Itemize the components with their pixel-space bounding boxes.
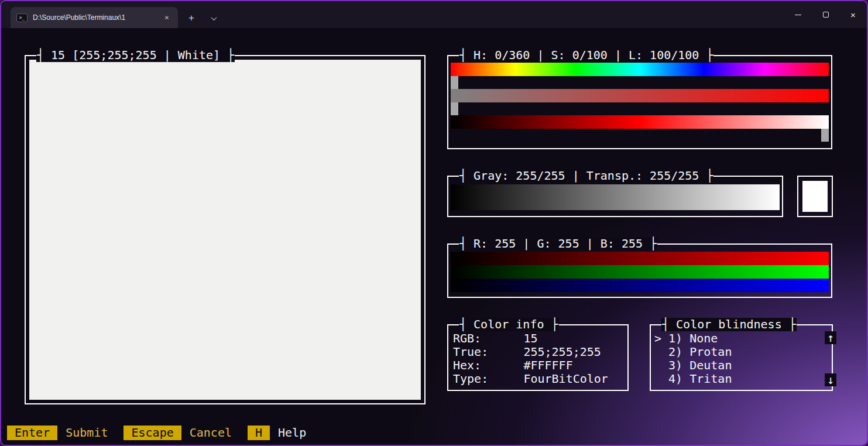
hint-label-help: Help (278, 426, 306, 440)
hsl-title: ┤ H: 0/360 | S: 0/100 | L: 100/100 ├ (459, 49, 713, 62)
blindness-option-protan[interactable]: 2) Protan (654, 345, 832, 359)
hue-bar[interactable] (451, 63, 829, 76)
color-blindness-title: ┤ Color blindness ├ (661, 318, 797, 331)
saturation-slider[interactable] (451, 102, 458, 115)
terminal-icon: >_ (16, 13, 28, 22)
hint-submit: Enter Submit (7, 426, 108, 440)
new-tab-button[interactable]: + (180, 8, 203, 28)
scroll-down-arrow[interactable]: ↓ (825, 373, 836, 386)
red-bar[interactable] (451, 252, 829, 265)
info-label: RGB: (453, 332, 523, 345)
maximize-icon (823, 12, 829, 18)
keybindings-bar: Enter Submit Escape Cancel H Help (7, 426, 306, 440)
color-info-title: ┤ Color info ├ (459, 318, 559, 331)
minimize-icon (795, 15, 801, 15)
info-value: 15 (523, 331, 537, 345)
tab[interactable]: >_ D:\Source\Public\Terminaux\1 × (11, 7, 178, 28)
gray-bar[interactable] (451, 184, 780, 210)
info-row-true: True:255;255;255 (453, 345, 627, 359)
h-key-badge[interactable]: H (248, 426, 270, 440)
hue-slider[interactable] (451, 76, 458, 89)
color-preview-pane: ┤ 15 [255;255;255 | White] ├ (25, 55, 426, 404)
tab-close-icon[interactable]: × (162, 12, 172, 23)
window-controls: × (784, 1, 867, 28)
blindness-option-deutan[interactable]: 3) Deutan (654, 359, 832, 372)
info-value: 255;255;255 (523, 345, 601, 359)
scroll-up-arrow[interactable]: ↑ (825, 331, 836, 344)
rgb-box: ┤ R: 255 | G: 255 | B: 255 ├ (447, 243, 832, 298)
enter-key-badge[interactable]: Enter (7, 426, 57, 440)
info-row-type: Type:FourBitColor (453, 372, 627, 386)
hint-label-cancel: Cancel (190, 426, 232, 440)
option-label: 2) Protan (668, 345, 732, 359)
gray-transparency-box: ┤ Gray: 255/255 | Transp.: 255/255 ├ (447, 176, 783, 217)
tab-dropdown-button[interactable] (203, 8, 225, 28)
color-info-box: ┤ Color info ├ RGB:15 True:255;255;255 H… (447, 324, 629, 391)
green-bar[interactable] (451, 265, 829, 279)
selection-cursor: > (654, 332, 668, 345)
titlebar[interactable]: >_ D:\Source\Public\Terminaux\1 × + × (1, 1, 867, 28)
lightness-slider[interactable] (821, 129, 829, 142)
info-value: FourBitColor (523, 372, 608, 386)
blindness-option-none[interactable]: >1) None (654, 332, 832, 345)
terminal-content: ┤ 15 [255;255;255 | White] ├ ┤ H: 0/360 … (1, 28, 867, 445)
info-value: #FFFFFF (523, 358, 572, 372)
hue-slider-row (451, 76, 829, 89)
gray-transparency-title: ┤ Gray: 255/255 | Transp.: 255/255 ├ (459, 169, 713, 183)
info-label: Hex: (453, 359, 523, 372)
terminal-window: >_ D:\Source\Public\Terminaux\1 × + × ┤ … (0, 0, 868, 446)
info-row-hex: Hex:#FFFFFF (453, 359, 627, 372)
saturation-slider-row (451, 102, 829, 115)
maximize-button[interactable] (812, 1, 839, 28)
close-button[interactable]: × (839, 1, 867, 28)
color-preview-fill (29, 60, 421, 400)
saturation-bar[interactable] (451, 89, 829, 102)
info-label: Type: (453, 372, 523, 386)
hsl-box: ┤ H: 0/360 | S: 0/100 | L: 100/100 ├ (447, 55, 832, 149)
option-label: 1) None (668, 331, 718, 345)
minimize-button[interactable] (784, 1, 812, 28)
option-label: 3) Deutan (668, 358, 732, 372)
escape-key-badge[interactable]: Escape (123, 426, 181, 440)
hint-label-submit: Submit (66, 426, 108, 440)
current-color-swatch (802, 181, 828, 212)
blue-bar[interactable] (451, 279, 829, 292)
color-preview-title: ┤ 15 [255;255;255 | White] ├ (36, 49, 235, 62)
info-row-rgb: RGB:15 (453, 332, 627, 345)
rgb-title: ┤ R: 255 | G: 255 | B: 255 ├ (459, 237, 657, 251)
hint-cancel: Escape Cancel (123, 426, 232, 440)
info-label: True: (453, 345, 523, 359)
hint-help: H Help (248, 426, 306, 440)
current-color-swatch-box (797, 176, 833, 217)
blindness-option-tritan[interactable]: 4) Tritan (654, 372, 832, 386)
lightness-slider-row (451, 129, 829, 142)
tab-title: D:\Source\Public\Terminaux\1 (33, 13, 162, 22)
option-label: 4) Tritan (668, 372, 732, 386)
chevron-down-icon (211, 15, 217, 20)
lightness-bar[interactable] (451, 115, 829, 129)
color-blindness-box: ┤ Color blindness ├ ↑ ↓ >1) None 2) Prot… (650, 324, 833, 391)
